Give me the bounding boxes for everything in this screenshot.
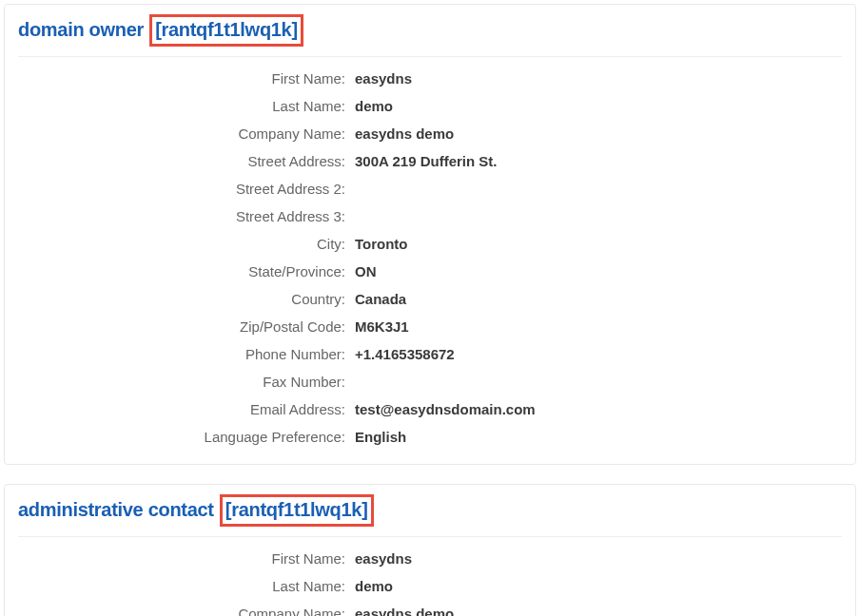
field-list: First NameeasydnsLast NamedemoCompany Na… (5, 545, 855, 616)
field-value: demo (351, 575, 842, 598)
field-row: Zip/Postal CodeM6K3J1 (18, 313, 842, 340)
field-label: Fax Number (18, 371, 351, 394)
field-label: First Name (18, 548, 351, 570)
field-row: Company Nameeasydns demo (18, 120, 842, 147)
field-value: 300A 219 Dufferin St. (351, 150, 842, 173)
field-value: English (351, 426, 842, 449)
field-label: Last Name (18, 575, 351, 598)
field-value: easydns (351, 548, 842, 570)
panel-header: domain owner [rantqf1t1lwq1k] (5, 5, 855, 50)
contact-id-highlight: [rantqf1t1lwq1k] (220, 494, 374, 527)
field-row: Language PreferenceEnglish (18, 423, 842, 451)
field-value: Canada (351, 288, 842, 311)
field-row: State/ProvinceON (18, 258, 842, 285)
field-value: easydns demo (351, 123, 842, 145)
field-row: Last Namedemo (18, 572, 842, 600)
field-label: Street Address 3 (18, 205, 351, 228)
field-row: Street Address 2 (18, 175, 842, 202)
field-value: demo (351, 95, 842, 118)
contact-id: [rantqf1t1lwq1k] (225, 499, 368, 520)
field-value: test@easydnsdomain.com (351, 398, 842, 421)
field-row: First Nameeasydns (18, 65, 842, 92)
divider (18, 56, 842, 57)
field-row: CountryCanada (18, 285, 842, 313)
field-label: Country (18, 288, 351, 311)
field-row: Street Address300A 219 Dufferin St. (18, 147, 842, 175)
field-label: Language Preference (18, 426, 351, 449)
panel-title: administrative contact (18, 499, 214, 521)
contact-id-highlight: [rantqf1t1lwq1k] (149, 14, 303, 47)
field-value: Toronto (351, 233, 842, 256)
field-row: Street Address 3 (18, 202, 842, 230)
field-label: Email Address (18, 398, 351, 421)
panel-title: domain owner (18, 19, 144, 41)
field-value: +1.4165358672 (351, 343, 842, 366)
field-label: State/Province (18, 260, 351, 283)
field-label: Zip/Postal Code (18, 316, 351, 338)
field-label: Street Address 2 (18, 178, 351, 201)
field-row: Phone Number+1.4165358672 (18, 340, 842, 368)
panel-header: administrative contact [rantqf1t1lwq1k] (5, 485, 855, 530)
field-value: M6K3J1 (351, 316, 842, 338)
field-value: easydns demo (351, 603, 842, 617)
contact-id: [rantqf1t1lwq1k] (155, 19, 298, 40)
field-row: Last Namedemo (18, 92, 842, 120)
field-row: First Nameeasydns (18, 545, 842, 572)
contact-panel: administrative contact [rantqf1t1lwq1k]F… (4, 484, 856, 616)
field-value: easydns (351, 67, 842, 90)
field-label: Last Name (18, 95, 351, 118)
field-row: Email Addresstest@easydnsdomain.com (18, 395, 842, 423)
field-value: ON (351, 260, 842, 283)
field-label: Company Name (18, 123, 351, 145)
field-label: Street Address (18, 150, 351, 173)
field-row: Company Nameeasydns demo (18, 600, 842, 616)
field-list: First NameeasydnsLast NamedemoCompany Na… (5, 65, 855, 464)
contact-panel: domain owner [rantqf1t1lwq1k]First Namee… (4, 4, 856, 465)
divider (18, 536, 842, 537)
field-label: Phone Number (18, 343, 351, 366)
field-label: First Name (18, 67, 351, 90)
field-label: City (18, 233, 351, 256)
field-row: Fax Number (18, 368, 842, 395)
field-label: Company Name (18, 603, 351, 617)
field-row: CityToronto (18, 230, 842, 258)
